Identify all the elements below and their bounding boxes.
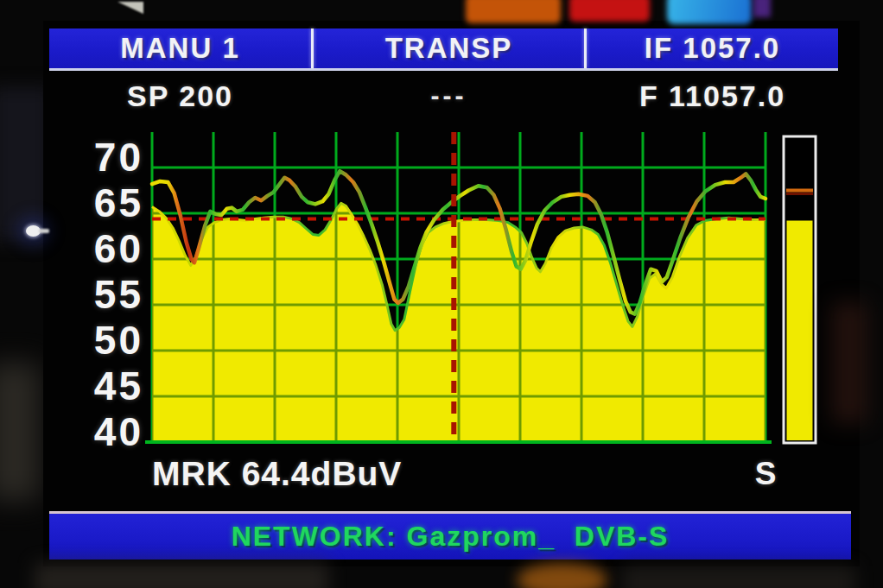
marker-readout: MRK 64.4dBuV	[152, 456, 402, 492]
spectrum-plot	[0, 0, 883, 588]
bargraph-level	[787, 221, 813, 441]
sweep-mode-indicator: S	[739, 456, 792, 492]
level-bargraph	[784, 136, 816, 443]
spectrum-plot-svg	[0, 0, 883, 588]
network-bar: NETWORK: Gazprom_ DVB-S	[49, 514, 851, 560]
network-label: NETWORK: Gazprom_ DVB-S	[232, 521, 670, 553]
satmeter-screen-photo: MANU 1 TRANSP IF 1057.0 SP 200 --- F 110…	[0, 0, 883, 588]
